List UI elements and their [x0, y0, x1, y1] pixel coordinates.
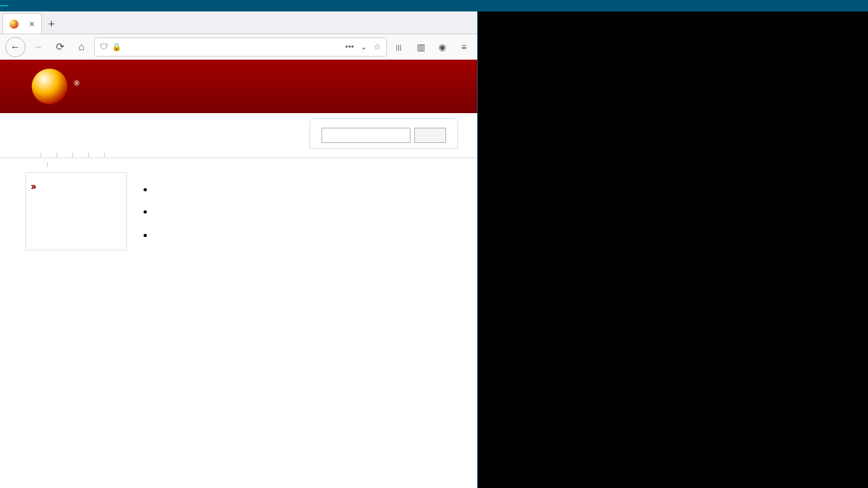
doc-sidebar [25, 172, 127, 250]
nav-support[interactable] [32, 162, 48, 167]
firefox-window: ✕ + ← → ⟳ ⌂ 🛡 🔒 ••• ⌄ ☆ ⫼ ▥ ◉ [0, 11, 478, 488]
nav-get[interactable] [57, 152, 73, 158]
site-search-input[interactable] [322, 128, 410, 143]
home-button[interactable]: ⌂ [72, 38, 90, 56]
tab-close-icon[interactable]: ✕ [29, 20, 35, 29]
dwm-tag-1[interactable] [0, 5, 8, 6]
reload-button[interactable]: ⟳ [51, 38, 69, 56]
site-search-submit[interactable] [414, 128, 446, 143]
sidebar-icon[interactable]: ▥ [412, 39, 429, 55]
back-button[interactable]: ← [5, 37, 25, 57]
nav-foundation[interactable] [48, 162, 63, 167]
site-banner: ® [0, 60, 477, 113]
dwm-statusbar [0, 0, 868, 11]
bookmark-star-icon[interactable]: ☆ [374, 42, 381, 51]
lock-icon[interactable]: 🔒 [112, 43, 121, 51]
terminal-screenfetch[interactable] [478, 11, 868, 253]
url-bar[interactable]: 🛡 🔒 ••• ⌄ ☆ [94, 37, 387, 57]
li-mailinglist [154, 228, 458, 241]
library-icon[interactable]: ⫼ [391, 39, 407, 55]
sub-nav [0, 158, 477, 167]
shield-icon[interactable]: 🛡 [100, 42, 108, 51]
nav-home[interactable] [25, 152, 41, 158]
main-nav [0, 149, 477, 158]
freebsd-logo-icon [32, 69, 67, 104]
brand-name: ® [74, 74, 80, 98]
page-actions-icon[interactable]: ••• [345, 42, 354, 51]
account-icon[interactable]: ◉ [434, 39, 451, 55]
article-body [136, 172, 458, 250]
nav-toolbar: ← → ⟳ ⌂ 🛡 🔒 ••• ⌄ ☆ ⫼ ▥ ◉ ≡ [0, 34, 477, 60]
nav-community[interactable] [89, 152, 105, 158]
donate-search-box [309, 118, 458, 149]
pocket-icon[interactable]: ⌄ [360, 42, 367, 51]
forward-button[interactable]: → [29, 38, 47, 56]
nav-about[interactable] [41, 152, 57, 158]
freebsd-favicon-icon [10, 20, 18, 29]
tab-strip: ✕ + [0, 11, 477, 34]
menu-hamburger-icon[interactable]: ≡ [456, 39, 472, 55]
nav-docs[interactable] [73, 152, 89, 158]
nav-developers[interactable] [105, 152, 120, 158]
new-tab-button[interactable]: + [42, 15, 61, 34]
tab-active[interactable]: ✕ [3, 13, 42, 34]
page-content: ® [0, 60, 477, 488]
